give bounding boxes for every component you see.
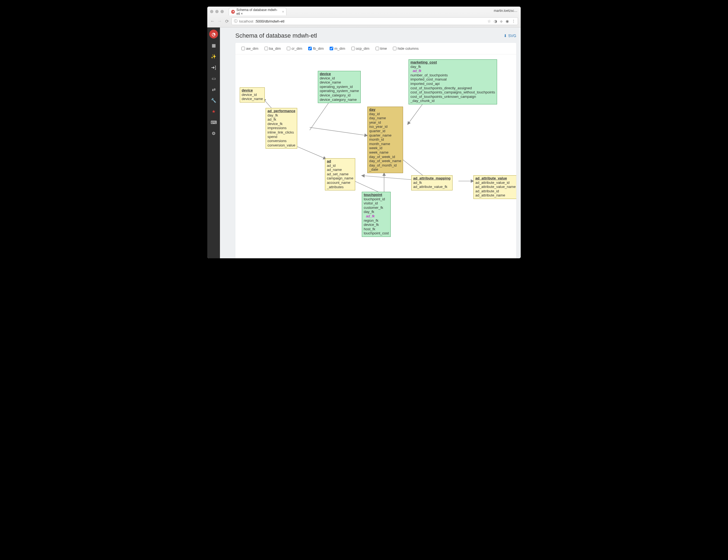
- close-tab-icon[interactable]: ×: [282, 10, 284, 14]
- filter-checkbox[interactable]: [264, 47, 268, 50]
- close-icon[interactable]: [210, 10, 213, 13]
- filter-checkbox[interactable]: [393, 47, 396, 50]
- filter-checkbox[interactable]: [287, 47, 290, 50]
- table-column: month_id: [369, 137, 401, 142]
- table-name[interactable]: ad_performance: [266, 108, 297, 113]
- table-column: _date: [369, 167, 401, 172]
- profile-name[interactable]: martin.loetzsc…: [494, 9, 517, 13]
- extension-icon-1[interactable]: ◑: [494, 19, 497, 23]
- table-device2[interactable]: devicedevice_iddevice_nameoperating_syst…: [318, 71, 361, 103]
- table-column: ad_name: [327, 168, 353, 172]
- table-column: week_id: [369, 146, 401, 150]
- table-column: inline_link_clicks: [268, 130, 295, 135]
- reload-icon[interactable]: ⟳: [224, 19, 229, 24]
- filter-hide-columns[interactable]: hide columns: [393, 46, 419, 51]
- filter-checkbox[interactable]: [351, 47, 355, 50]
- table-name[interactable]: device: [240, 88, 264, 93]
- table-column: _day_chunk_id: [410, 99, 495, 103]
- filter-checkbox[interactable]: [330, 47, 333, 50]
- filter-ocp_dim[interactable]: ocp_dim: [351, 46, 369, 51]
- table-column: day_fk: [268, 113, 295, 118]
- filter-label: cr_dim: [291, 46, 302, 51]
- svg-line-5: [362, 176, 412, 180]
- table-name[interactable]: day: [368, 107, 403, 112]
- star-icon[interactable]: ☆: [487, 19, 491, 23]
- book-icon[interactable]: ▭: [209, 74, 218, 82]
- table-column: imported_cost_manual: [410, 77, 495, 82]
- table-ad[interactable]: adad_idad_namead_set_namecampaign_nameac…: [325, 158, 355, 191]
- table-column: quarter_name: [369, 133, 401, 138]
- filter-aw_dim[interactable]: aw_dim: [241, 46, 258, 51]
- table-column: operating_system_name: [320, 89, 359, 93]
- window-controls[interactable]: [210, 10, 224, 13]
- page-title: Schema of database mdwh-etl: [235, 32, 317, 39]
- table-marketing_cost[interactable]: marketing_costday_fkad_fknumber_of_touch…: [409, 59, 497, 104]
- table-name[interactable]: ad_attribute_value: [474, 176, 516, 181]
- table-day[interactable]: dayday_idday_nameyear_idiso_year_idquart…: [367, 107, 403, 173]
- table-column: ad_attribute_value_name: [475, 185, 516, 189]
- filter-time[interactable]: time: [376, 46, 387, 51]
- filter-checkbox[interactable]: [376, 47, 379, 50]
- schema-diagram[interactable]: devicedevice_iddevice_namedevicedevice_i…: [235, 54, 516, 258]
- table-column: region_fk: [364, 219, 389, 223]
- table-column: device_name: [242, 97, 263, 101]
- table-name[interactable]: touchpoint: [362, 192, 390, 197]
- table-column: device_id: [320, 76, 359, 81]
- star-nav-icon[interactable]: ★: [209, 107, 218, 115]
- wrench-icon[interactable]: 🔧: [209, 96, 218, 104]
- extension-icon-3[interactable]: ◉: [506, 19, 509, 23]
- download-svg-button[interactable]: ⬇ SVG: [504, 34, 516, 38]
- table-name[interactable]: device: [318, 71, 360, 76]
- table-column: operating_system_id: [320, 85, 359, 89]
- table-column: number_of_touchpoints: [410, 73, 495, 78]
- table-name[interactable]: ad_attribute_mapping: [412, 176, 452, 181]
- table-column: cost_of_touchpoints_directly_assigned: [410, 86, 495, 90]
- filter-label: m_dim: [334, 46, 345, 51]
- back-icon[interactable]: ←: [210, 19, 215, 24]
- table-column: host_fk: [364, 227, 389, 232]
- browser-tab[interactable]: ◔ Schema of database mdwh-etl × ×: [229, 8, 286, 15]
- brand-logo-icon[interactable]: ◔: [209, 30, 218, 38]
- table-column: device_fk: [364, 223, 389, 227]
- address-bar[interactable]: ⓘ localhost:5000/db/mdwh-etl ☆ ◑ ◆ ◉ ⋮: [231, 17, 518, 25]
- filter-checkbox[interactable]: [308, 47, 312, 50]
- menu-icon[interactable]: ⋮: [512, 19, 515, 23]
- table-ad_performance[interactable]: ad_performanceday_fkad_fkdevice_fkimpres…: [266, 108, 297, 149]
- table-touchpoint[interactable]: touchpointtouchpoint_idvisitor_idcustome…: [362, 192, 391, 237]
- filter-m_dim[interactable]: m_dim: [330, 46, 345, 51]
- table-column: ad_attribute_value_id: [475, 181, 516, 185]
- url-host: localhost: [239, 19, 253, 23]
- svg-line-4: [407, 104, 423, 125]
- tree-icon[interactable]: ⇄: [209, 85, 218, 93]
- keyboard-icon[interactable]: ⌨: [209, 118, 218, 126]
- maximize-icon[interactable]: [220, 10, 224, 13]
- minimize-icon[interactable]: [215, 10, 219, 13]
- browser-window: ◔ Schema of database mdwh-etl × × martin…: [207, 7, 521, 258]
- wand-icon[interactable]: ✨: [209, 52, 218, 60]
- table-ad_attribute_mapping[interactable]: ad_attribute_mappingad_fkad_attribute_va…: [411, 175, 453, 191]
- login-icon[interactable]: ➜]: [209, 63, 218, 71]
- table-column: device_category_id: [320, 93, 359, 98]
- table-column: conversion_value: [268, 143, 295, 148]
- filter-checkbox[interactable]: [241, 47, 245, 50]
- table-ad_attribute_value[interactable]: ad_attribute_valuead_attribute_value_ida…: [473, 175, 516, 199]
- table-column: day_id: [369, 112, 401, 116]
- table-device1[interactable]: devicedevice_iddevice_name: [240, 87, 265, 103]
- schema-filter-bar: aw_dimba_dimcr_dimfb_dimm_dimocp_dimtime…: [235, 43, 516, 54]
- filter-cr_dim[interactable]: cr_dim: [287, 46, 302, 51]
- table-column: month_name: [369, 142, 401, 146]
- filter-label: ocp_dim: [356, 46, 369, 51]
- filter-fb_dim[interactable]: fb_dim: [308, 46, 324, 51]
- extension-icon-2[interactable]: ◆: [500, 19, 503, 23]
- table-name[interactable]: ad: [325, 159, 355, 164]
- table-column: ad_fk: [413, 181, 451, 185]
- table-name[interactable]: marketing_cost: [409, 60, 497, 65]
- grid-icon[interactable]: ▦: [209, 41, 218, 49]
- info-icon[interactable]: ⓘ: [234, 19, 238, 24]
- gear-icon[interactable]: ⚙: [209, 129, 218, 137]
- filter-label: ba_dim: [269, 46, 281, 51]
- filter-label: hide columns: [398, 46, 419, 51]
- filter-ba_dim[interactable]: ba_dim: [264, 46, 281, 51]
- table-column: cost_of_touchpoints_campaigns_without_to…: [410, 90, 495, 95]
- table-column: touchpoint_cost: [364, 231, 389, 236]
